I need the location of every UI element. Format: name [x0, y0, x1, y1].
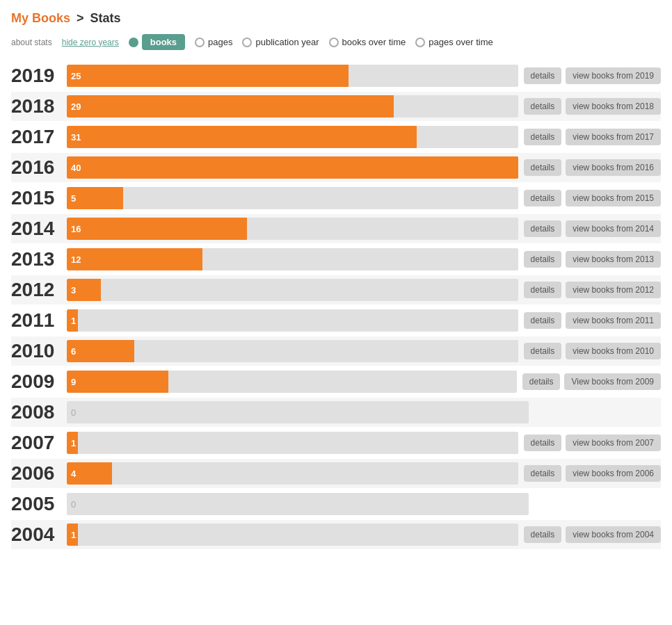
- view-books-button[interactable]: view books from 2004: [566, 526, 661, 543]
- bar-value-label: 5: [71, 193, 76, 204]
- view-books-button[interactable]: view books from 2013: [566, 251, 661, 268]
- details-button[interactable]: details: [524, 312, 562, 329]
- year-label: 2005: [11, 493, 67, 515]
- books-button[interactable]: books: [142, 34, 185, 50]
- details-button[interactable]: details: [524, 159, 562, 176]
- details-button[interactable]: details: [524, 129, 562, 145]
- details-button[interactable]: details: [524, 435, 562, 451]
- bar-fill: 1: [67, 309, 78, 332]
- row-actions: detailsview books from 2019: [524, 67, 661, 84]
- view-books-button[interactable]: view books from 2010: [566, 343, 661, 359]
- year-label: 2011: [11, 309, 67, 332]
- pages-label: pages: [208, 37, 232, 47]
- bar-container: 25: [67, 65, 518, 87]
- bar-container: 29: [67, 95, 518, 117]
- radio-option-books[interactable]: books: [129, 34, 185, 50]
- year-label: 2009: [11, 371, 67, 393]
- bar-fill: 4: [67, 462, 112, 485]
- bar-value-label: 1: [71, 438, 76, 448]
- bar-value-label: 6: [71, 346, 76, 357]
- details-button[interactable]: details: [524, 67, 562, 84]
- bar-value-label: 4: [71, 469, 76, 479]
- details-button[interactable]: details: [524, 282, 562, 298]
- pages-over-time-label: pages over time: [429, 37, 493, 47]
- table-row: 20111detailsview books from 2011: [11, 306, 661, 335]
- row-actions: detailsview books from 2015: [524, 190, 661, 206]
- bar-fill: 12: [67, 248, 202, 270]
- bar-container: 0: [67, 493, 529, 515]
- table-row: 20099detailsView books from 2009: [11, 367, 661, 396]
- publication-year-label: publication year: [255, 37, 319, 47]
- zero-label: 0: [71, 499, 76, 510]
- table-row: 201640detailsview books from 2016: [11, 153, 661, 182]
- view-books-button[interactable]: View books from 2009: [564, 373, 661, 390]
- bar-container: 1: [67, 309, 518, 332]
- view-books-button[interactable]: view books from 2015: [566, 190, 661, 206]
- row-actions: detailsview books from 2010: [524, 343, 661, 359]
- view-books-button[interactable]: view books from 2014: [566, 220, 661, 237]
- row-actions: detailsview books from 2011: [524, 312, 661, 329]
- view-books-button[interactable]: view books from 2006: [566, 465, 661, 482]
- details-button[interactable]: details: [524, 220, 562, 237]
- view-books-button[interactable]: view books from 2012: [566, 282, 661, 298]
- table-row: 20080: [11, 398, 661, 427]
- view-books-button[interactable]: view books from 2019: [566, 67, 661, 84]
- radio-option-books-over-time[interactable]: books over time: [329, 37, 406, 47]
- bar-value-label: 31: [71, 132, 81, 143]
- year-label: 2013: [11, 248, 67, 270]
- page-title: Stats: [90, 11, 121, 25]
- books-over-time-label: books over time: [342, 37, 406, 47]
- radio-option-pages[interactable]: pages: [195, 37, 232, 47]
- row-actions: detailsview books from 2013: [524, 251, 661, 268]
- year-label: 2014: [11, 218, 67, 240]
- details-button[interactable]: details: [524, 98, 562, 115]
- row-actions: detailsview books from 2018: [524, 98, 661, 115]
- view-books-button[interactable]: view books from 2018: [566, 98, 661, 115]
- details-button[interactable]: details: [522, 373, 561, 390]
- year-label: 2018: [11, 95, 67, 117]
- radio-option-pages-over-time[interactable]: pages over time: [415, 37, 493, 47]
- view-books-button[interactable]: view books from 2016: [566, 159, 661, 176]
- bar-container: 40: [67, 156, 518, 179]
- bar-container: 6: [67, 340, 518, 362]
- controls-bar: about stats hide zero years books pages …: [11, 34, 661, 50]
- bar-container: 12: [67, 248, 518, 270]
- bar-fill: 31: [67, 126, 417, 148]
- about-stats-label: about stats: [11, 38, 52, 47]
- bar-fill: 6: [67, 340, 134, 362]
- table-row: 20155detailsview books from 2015: [11, 184, 661, 213]
- view-books-button[interactable]: view books from 2007: [566, 435, 661, 451]
- table-row: 201829detailsview books from 2018: [11, 92, 661, 121]
- bar-fill: 9: [67, 371, 168, 393]
- table-row: 20041detailsview books from 2004: [11, 520, 661, 549]
- zero-label: 0: [71, 407, 76, 418]
- my-books-link[interactable]: My Books: [11, 11, 70, 25]
- year-label: 2015: [11, 187, 67, 209]
- year-label: 2004: [11, 523, 67, 546]
- year-label: 2019: [11, 65, 67, 87]
- radio-option-publication-year[interactable]: publication year: [242, 37, 319, 47]
- table-row: 201925detailsview books from 2019: [11, 61, 661, 90]
- details-button[interactable]: details: [524, 526, 562, 543]
- bar-fill: 1: [67, 432, 78, 454]
- details-button[interactable]: details: [524, 465, 562, 482]
- bar-fill: 29: [67, 95, 394, 117]
- table-row: 20071detailsview books from 2007: [11, 428, 661, 457]
- bar-fill: 3: [67, 279, 101, 301]
- details-button[interactable]: details: [524, 343, 562, 359]
- bar-fill: 5: [67, 187, 123, 209]
- row-actions: detailsView books from 2009: [522, 373, 661, 390]
- stats-table: 201925detailsview books from 2019201829d…: [11, 61, 661, 549]
- table-row: 201312detailsview books from 2013: [11, 245, 661, 274]
- table-row: 20123detailsview books from 2012: [11, 275, 661, 305]
- details-button[interactable]: details: [524, 251, 562, 268]
- table-row: 201416detailsview books from 2014: [11, 214, 661, 243]
- details-button[interactable]: details: [524, 190, 562, 206]
- bar-container: 1: [67, 432, 518, 454]
- row-actions: detailsview books from 2016: [524, 159, 661, 176]
- bar-container: 9: [67, 371, 517, 393]
- view-books-button[interactable]: view books from 2017: [566, 129, 661, 145]
- hide-zero-years-toggle[interactable]: hide zero years: [62, 38, 119, 47]
- bar-value-label: 25: [71, 71, 81, 81]
- view-books-button[interactable]: view books from 2011: [566, 312, 661, 329]
